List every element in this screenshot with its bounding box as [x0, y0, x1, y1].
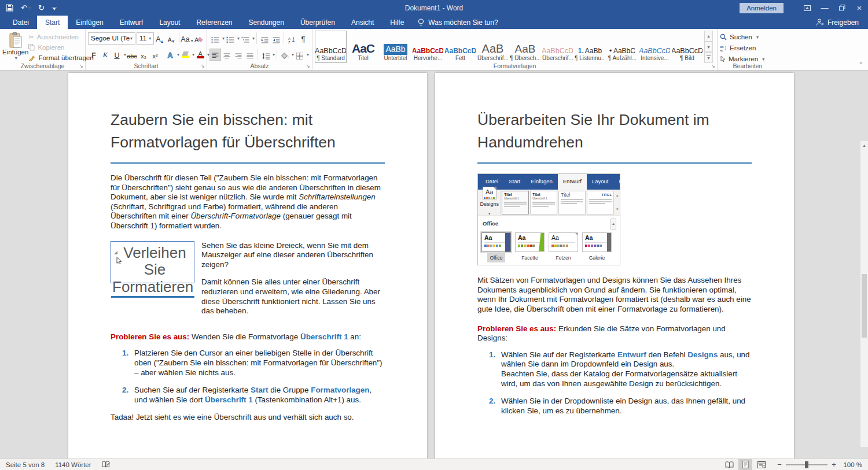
style-intensiv[interactable]: AaBbCcD Intensive... — [639, 31, 671, 63]
align-right-button[interactable] — [233, 49, 244, 61]
copy-button[interactable]: Kopieren — [28, 42, 93, 53]
style-listennummer[interactable]: 1.AaBb ¶ Listennu... — [574, 31, 606, 63]
replace-button[interactable]: abac Ersetzen — [720, 43, 775, 53]
change-case-button[interactable]: Aa▾ — [181, 32, 193, 45]
scroll-up-arrow[interactable]: ▲ — [860, 141, 868, 149]
ribbon-display-options-button[interactable] — [799, 0, 816, 16]
zoom-slider-thumb[interactable] — [805, 461, 808, 468]
word-count[interactable]: 1140 Wörter — [55, 461, 91, 468]
multilevel-dropdown-icon[interactable]: ▾ — [252, 36, 255, 41]
minimize-button[interactable]: — — [816, 0, 833, 16]
close-button[interactable]: × — [851, 0, 868, 16]
tab-ueberpruefen[interactable]: Überprüfen — [292, 16, 343, 29]
align-left-button[interactable] — [209, 49, 221, 61]
style-titel[interactable]: AaC Titel — [347, 31, 379, 63]
tab-referenzen[interactable]: Referenzen — [188, 16, 240, 29]
tab-layout[interactable]: Layout — [151, 16, 188, 29]
find-button[interactable]: Suchen▾ — [720, 32, 775, 42]
page-5[interactable]: Zaubern Sie ein bisschen: mit Formatvorl… — [68, 73, 427, 458]
align-center-button[interactable] — [221, 49, 233, 61]
sign-in-button[interactable]: Anmelden — [740, 3, 784, 13]
style-aufzaehlung[interactable]: • AaBbC ¶ Aufzähl... — [606, 31, 638, 63]
styles-more-button[interactable]: ▼ — [704, 52, 713, 63]
paste-button[interactable]: Einfügen ▾ — [2, 31, 28, 63]
zoom-level[interactable]: 100 % — [839, 461, 862, 468]
font-name-combo[interactable]: Segoe UI (Te▾ — [88, 32, 135, 45]
numbering-button[interactable] — [225, 32, 236, 45]
styles-dialog-launcher[interactable]: ↘ — [711, 64, 715, 69]
vertical-scrollbar[interactable]: ▲ — [860, 141, 868, 447]
paragraph-dialog-launcher[interactable]: ↘ — [306, 64, 310, 69]
document-area[interactable]: Zaubern Sie ein bisschen: mit Formatvorl… — [0, 71, 868, 458]
text-effects-button[interactable]: A — [164, 49, 176, 61]
styles-scroll-down-button[interactable]: ▼ — [704, 42, 713, 53]
style-ueberschrift-3[interactable]: AaBbCcD Überschrif... — [542, 31, 573, 63]
restore-button[interactable] — [833, 0, 851, 16]
zoom-out-button[interactable]: − — [777, 460, 782, 469]
highlight-button[interactable] — [179, 49, 191, 61]
style-ueberschrift-1[interactable]: AaB Überschrif... — [477, 31, 509, 63]
page-indicator[interactable]: Seite 5 von 8 — [6, 461, 45, 468]
tab-entwurf[interactable]: Entwurf — [112, 16, 152, 29]
read-mode-button[interactable] — [722, 459, 736, 470]
group-styles: AaBbCcD ¶ Standard AaC Titel AaBb Untert… — [312, 29, 718, 70]
proofing-status-button[interactable] — [102, 461, 111, 468]
grow-font-button[interactable]: A▲ — [154, 32, 165, 45]
zoom-slider[interactable] — [786, 464, 827, 465]
increase-indent-button[interactable] — [270, 32, 282, 45]
font-dialog-launcher[interactable]: ↘ — [200, 64, 205, 69]
line-spacing-button[interactable] — [260, 49, 271, 61]
font-color-button[interactable]: A — [194, 49, 206, 61]
scrollbar-thumb[interactable] — [862, 274, 867, 338]
tab-hilfe[interactable]: Hilfe — [382, 16, 412, 29]
style-untertitel[interactable]: AaBb Untertitel — [380, 31, 411, 63]
strikethrough-button[interactable]: abc — [126, 49, 138, 61]
shrink-font-button[interactable]: A▼ — [165, 32, 177, 45]
customize-qat-button[interactable]: —▾ — [52, 6, 57, 10]
cut-button[interactable]: ✂ Ausschneiden — [28, 32, 93, 42]
web-layout-button[interactable] — [755, 459, 768, 470]
style-hervorhebung[interactable]: AaBbCcD Hervorhe... — [412, 31, 444, 63]
subscript-button[interactable]: x₂ — [138, 49, 149, 61]
bullets-button[interactable] — [209, 32, 221, 45]
zoom-controls: − + — [777, 460, 837, 469]
tab-ansicht[interactable]: Ansicht — [343, 16, 382, 29]
italic-button[interactable]: K — [100, 49, 111, 61]
clipboard-dialog-launcher[interactable]: ↘ — [79, 64, 83, 69]
print-layout-button[interactable] — [738, 459, 752, 470]
collapse-ribbon-button[interactable]: ⌃ — [859, 61, 863, 68]
font-size-combo[interactable]: 11▾ — [137, 32, 154, 45]
tab-start[interactable]: Start — [37, 16, 68, 29]
shading-button[interactable] — [279, 49, 290, 61]
undo-button[interactable]: ↶▾ — [21, 4, 31, 12]
borders-dropdown-icon[interactable]: ▾ — [307, 52, 309, 57]
style-fett[interactable]: AaBbCcD Fett — [444, 31, 476, 63]
share-button[interactable]: Freigeben — [816, 16, 868, 29]
justify-button[interactable] — [244, 49, 256, 61]
show-paragraph-marks-button[interactable]: ¶ — [297, 32, 309, 45]
underline-button[interactable]: U — [111, 49, 123, 61]
style-standard[interactable]: AaBbCcD ¶ Standard — [315, 31, 347, 63]
superscript-button[interactable]: x² — [149, 49, 161, 61]
save-button[interactable] — [6, 4, 13, 12]
page-6[interactable]: Überarbeiten Sie Ihr Dokument im Handumd… — [435, 73, 794, 458]
zoom-in-button[interactable]: + — [831, 460, 837, 469]
line-spacing-dropdown-icon[interactable]: ▾ — [273, 52, 275, 57]
style-bild[interactable]: AaBbCcD ¶ Bild — [671, 31, 703, 63]
clear-formatting-button[interactable]: A — [193, 32, 204, 45]
style-ueberschrift-2[interactable]: AaB ¶ Übersch... — [509, 31, 541, 63]
format-painter-button[interactable]: Format übertragen — [28, 53, 93, 63]
styles-scroll-up-button[interactable]: ▲ — [704, 31, 713, 42]
redo-button[interactable]: ↻ — [38, 4, 45, 12]
bold-button[interactable]: F — [88, 49, 100, 61]
decrease-indent-button[interactable] — [259, 32, 270, 45]
mouse-cursor-icon — [116, 257, 123, 265]
tab-einfuegen[interactable]: Einfügen — [68, 16, 111, 29]
borders-button[interactable] — [294, 49, 306, 61]
web-layout-icon — [757, 461, 766, 468]
tab-datei[interactable]: Datei — [5, 16, 37, 29]
tab-sendungen[interactable]: Sendungen — [241, 16, 292, 29]
multilevel-list-button[interactable] — [240, 32, 251, 45]
tell-me-box[interactable]: Was möchten Sie tun? — [418, 16, 498, 29]
sort-button[interactable]: AZ — [286, 32, 297, 45]
